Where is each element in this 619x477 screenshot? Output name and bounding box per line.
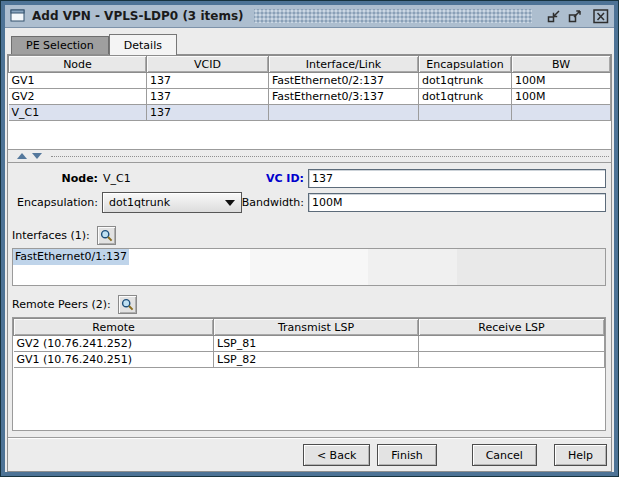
cancel-button[interactable]: Cancel bbox=[472, 444, 537, 466]
window-title: Add VPN - VPLS-LDP0 (3 items) bbox=[32, 9, 244, 23]
table-row[interactable]: V_C1137 bbox=[9, 105, 611, 121]
pe-table-pane: NodeVCIDInterface/LinkEncapsulationBWGV1… bbox=[8, 55, 611, 150]
node-value: V_C1 bbox=[103, 172, 131, 185]
table-cell[interactable]: GV2 bbox=[9, 89, 147, 105]
table-row[interactable]: GV2 (10.76.241.252)LSP_81 bbox=[14, 336, 605, 352]
column-header[interactable]: Receive LSP bbox=[419, 319, 605, 336]
column-header[interactable]: Remote bbox=[14, 319, 214, 336]
table-cell[interactable]: FastEthernet0/2:137 bbox=[269, 73, 419, 89]
divider-dots bbox=[51, 156, 609, 157]
remote-peers-header-row: Remote Peers (2): bbox=[12, 294, 606, 314]
table-cell[interactable]: LSP_82 bbox=[214, 352, 419, 368]
peers-table-pane: RemoteTransmist LSPReceive LSPGV2 (10.76… bbox=[12, 317, 606, 431]
table-row[interactable]: GV2137FastEthernet0/3:137dot1qtrunk100M bbox=[9, 89, 611, 105]
table-cell[interactable]: 100M bbox=[512, 89, 611, 105]
chevron-down-icon bbox=[225, 200, 235, 206]
node-vcid-row: Node: V_C1 VC ID: bbox=[12, 169, 606, 188]
column-header[interactable]: Encapsulation bbox=[419, 56, 512, 73]
window-icon bbox=[10, 9, 26, 23]
node-label: Node: bbox=[12, 172, 98, 185]
interfaces-list: FastEthernet0/1:137 bbox=[12, 248, 606, 286]
table-cell[interactable]: GV2 (10.76.241.252) bbox=[14, 336, 214, 352]
table-row[interactable]: GV1 (10.76.240.251)LSP_82 bbox=[14, 352, 605, 368]
table-cell[interactable]: 137 bbox=[147, 105, 269, 121]
finish-button[interactable]: Finish bbox=[377, 444, 436, 466]
titlebar[interactable]: Add VPN - VPLS-LDP0 (3 items) bbox=[5, 5, 614, 28]
interfaces-search-button[interactable] bbox=[97, 226, 116, 245]
tab-content: NodeVCIDInterface/LinkEncapsulationBWGV1… bbox=[7, 54, 612, 472]
column-header[interactable]: Node bbox=[9, 56, 147, 73]
table-cell[interactable]: 137 bbox=[147, 73, 269, 89]
column-header[interactable]: VCID bbox=[147, 56, 269, 73]
peers-table: RemoteTransmist LSPReceive LSPGV2 (10.76… bbox=[13, 318, 605, 368]
table-cell[interactable]: 137 bbox=[147, 89, 269, 105]
titlebar-texture bbox=[254, 9, 532, 23]
magnifier-icon bbox=[100, 229, 113, 242]
encapsulation-value: dot1qtrunk bbox=[109, 196, 170, 209]
list-item[interactable]: FastEthernet0/1:137 bbox=[13, 249, 129, 265]
table-cell[interactable]: LSP_81 bbox=[214, 336, 419, 352]
remote-peers-search-button[interactable] bbox=[118, 295, 137, 314]
close-button[interactable] bbox=[592, 8, 610, 25]
vcid-input[interactable] bbox=[308, 169, 606, 188]
maximize-button[interactable] bbox=[566, 8, 584, 25]
collapse-up-icon[interactable] bbox=[17, 153, 27, 159]
table-cell[interactable]: GV1 (10.76.240.251) bbox=[14, 352, 214, 368]
minimize-button[interactable] bbox=[545, 8, 563, 25]
table-cell[interactable]: FastEthernet0/3:137 bbox=[269, 89, 419, 105]
table-cell[interactable] bbox=[419, 336, 605, 352]
encapsulation-label: Encapsulation: bbox=[12, 196, 98, 209]
encap-bandwidth-row: Encapsulation: dot1qtrunk Bandwidth: bbox=[12, 192, 606, 213]
column-header[interactable]: BW bbox=[512, 56, 611, 73]
details-pane: Node: V_C1 VC ID: Encapsulation: dot1qtr… bbox=[8, 162, 611, 437]
table-cell[interactable] bbox=[419, 352, 605, 368]
back-button[interactable]: < Back bbox=[303, 444, 370, 466]
tabstrip: PE Selection Details bbox=[7, 32, 612, 54]
table-cell[interactable] bbox=[512, 105, 611, 121]
tab-pe-selection[interactable]: PE Selection bbox=[11, 36, 109, 54]
interfaces-label: Interfaces (1): bbox=[12, 229, 90, 242]
column-header[interactable]: Transmist LSP bbox=[214, 319, 419, 336]
vcid-label: VC ID: bbox=[266, 172, 304, 185]
bandwidth-input[interactable] bbox=[308, 193, 606, 212]
column-header[interactable]: Interface/Link bbox=[269, 56, 419, 73]
bandwidth-label: Bandwidth: bbox=[242, 196, 304, 209]
encapsulation-dropdown[interactable]: dot1qtrunk bbox=[102, 192, 242, 213]
dialog-body: PE Selection Details NodeVCIDInterface/L… bbox=[5, 28, 614, 472]
collapse-down-icon[interactable] bbox=[32, 153, 42, 159]
table-cell[interactable]: 100M bbox=[512, 73, 611, 89]
table-cell[interactable]: V_C1 bbox=[9, 105, 147, 121]
remote-peers-label: Remote Peers (2): bbox=[12, 298, 111, 311]
table-cell[interactable]: GV1 bbox=[9, 73, 147, 89]
table-cell[interactable] bbox=[419, 105, 512, 121]
table-cell[interactable]: dot1qtrunk bbox=[419, 89, 512, 105]
split-divider[interactable] bbox=[8, 150, 611, 162]
button-bar: < Back Finish Cancel Help bbox=[8, 439, 611, 471]
table-cell[interactable] bbox=[269, 105, 419, 121]
table-row[interactable]: GV1137FastEthernet0/2:137dot1qtrunk100M bbox=[9, 73, 611, 89]
pe-table: NodeVCIDInterface/LinkEncapsulationBWGV1… bbox=[8, 55, 611, 121]
table-cell[interactable]: dot1qtrunk bbox=[419, 73, 512, 89]
interfaces-header-row: Interfaces (1): bbox=[12, 225, 606, 245]
help-button[interactable]: Help bbox=[554, 444, 607, 466]
magnifier-icon bbox=[121, 298, 134, 311]
tab-details[interactable]: Details bbox=[109, 34, 177, 55]
dialog-window: Add VPN - VPLS-LDP0 (3 items) PE Selecti… bbox=[0, 0, 619, 477]
